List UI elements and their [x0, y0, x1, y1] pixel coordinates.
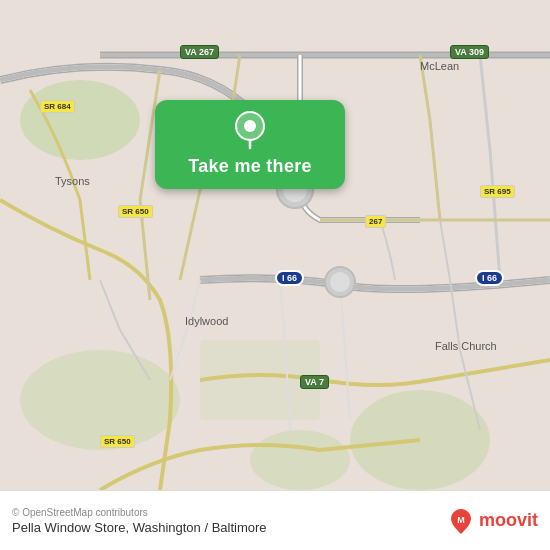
sr684-badge: SR 684	[40, 100, 75, 113]
svg-point-1	[20, 80, 140, 160]
svg-point-9	[330, 272, 350, 292]
idylwood-label: Idylwood	[185, 315, 228, 327]
map-background	[0, 0, 550, 490]
moovit-text: moovit	[479, 510, 538, 531]
sr650-left-badge: SR 650	[118, 205, 153, 218]
va7-badge: VA 7	[300, 375, 329, 389]
take-me-there-label: Take me there	[188, 156, 312, 177]
267-badge: 267	[365, 215, 386, 228]
svg-point-4	[250, 430, 350, 490]
i66-center-badge: I 66	[275, 270, 304, 286]
map-container: VA 267 SR 684 I 495 VA 309 SR 695 SR 650…	[0, 0, 550, 490]
va267-top-badge: VA 267	[180, 45, 219, 59]
i66-right-badge: I 66	[475, 270, 504, 286]
bottom-left: © OpenStreetMap contributors Pella Windo…	[12, 507, 267, 535]
moovit-icon: M	[447, 507, 475, 535]
falls-church-label: Falls Church	[435, 340, 497, 352]
mclean-label: McLean	[420, 60, 459, 72]
svg-text:M: M	[457, 515, 465, 525]
svg-point-11	[244, 120, 256, 132]
take-me-there-button[interactable]: Take me there	[155, 100, 345, 189]
moovit-logo: M moovit	[447, 507, 538, 535]
location-pin-icon	[230, 110, 270, 150]
va309-badge: VA 309	[450, 45, 489, 59]
sr695-badge: SR 695	[480, 185, 515, 198]
sr650-bottom-badge: SR 650	[100, 435, 135, 448]
copyright-text: © OpenStreetMap contributors	[12, 507, 267, 518]
tysons-label: Tysons	[55, 175, 90, 187]
bottom-bar: © OpenStreetMap contributors Pella Windo…	[0, 490, 550, 550]
location-name: Pella Window Store, Washington / Baltimo…	[12, 520, 267, 535]
